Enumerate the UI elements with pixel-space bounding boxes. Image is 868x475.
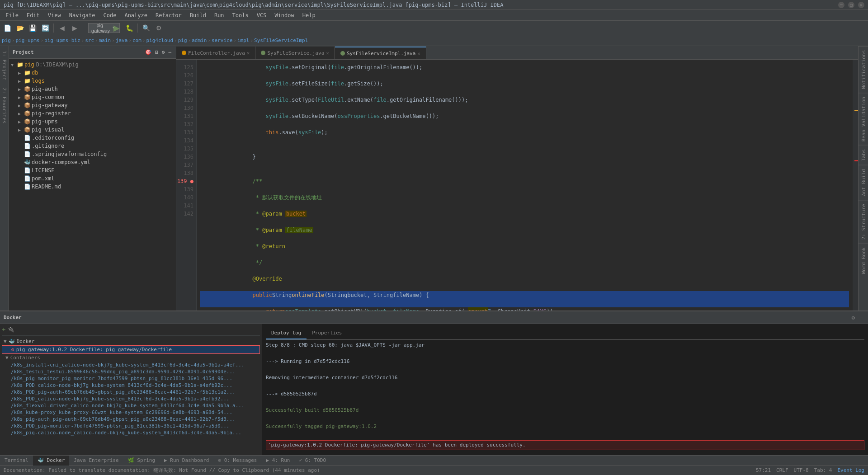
- bc-pig[interactable]: pig: [2, 38, 11, 43]
- bc-admin[interactable]: admin: [192, 38, 207, 43]
- menu-window[interactable]: Window: [271, 11, 297, 19]
- toolbar-save-btn[interactable]: 💾: [27, 23, 38, 33]
- bc-sysfileserviceimpl[interactable]: SysFileServiceImpl: [254, 38, 308, 43]
- tool-tab-docker[interactable]: 🐳 Docker: [33, 456, 69, 466]
- menu-navigate[interactable]: Navigate: [66, 11, 99, 19]
- docker-add-btn[interactable]: +: [2, 326, 5, 334]
- code-content[interactable]: sysFile.setOriginal(file.getOriginalFile…: [197, 60, 853, 310]
- bc-main[interactable]: main: [99, 38, 111, 43]
- toolbar-debug-btn[interactable]: 🐛: [124, 23, 135, 33]
- docker-container-2[interactable]: /k8s_testui_testui-8599646c56-99dng_pig_…: [2, 368, 260, 375]
- docker-container-7[interactable]: /k8s_flexvol-driver_calico-node-bkj7g_ku…: [2, 402, 260, 409]
- tool-tab-messages[interactable]: ⊘ 0: Messages: [213, 456, 261, 466]
- menu-run[interactable]: Run: [211, 11, 228, 19]
- tree-root[interactable]: ▼ 📁 pig D:\IDEAXM\pig: [9, 61, 176, 69]
- docker-container-3[interactable]: /k8s_pig-monitor_pig-monitor-7bdfd47599-…: [2, 375, 260, 382]
- tree-pig-gateway[interactable]: ▶ 📦 pig-gateway: [9, 101, 176, 109]
- tree-editorconfig[interactable]: 📄 .editorconfig: [9, 134, 176, 142]
- tool-tab-spring[interactable]: 🌿 Spring: [123, 456, 160, 466]
- docker-connect-btn[interactable]: 🔌: [7, 326, 15, 334]
- tool-tab-run[interactable]: ▶ 4: Run: [261, 456, 294, 466]
- left-strip-favorites[interactable]: 2: Favorites: [0, 85, 8, 126]
- bc-pig[interactable]: pig: [178, 38, 187, 43]
- tree-pom[interactable]: 📄 pom.xml: [9, 174, 176, 183]
- docker-container-11[interactable]: /k8s_pig-calico-node_calico-node-bkj7g_k…: [2, 429, 260, 436]
- menu-code[interactable]: Code: [100, 11, 120, 19]
- minimize-button[interactable]: ─: [838, 2, 844, 8]
- docker-container-6[interactable]: /k8s_POD_calico-node-bkj7g_kube-system_8…: [2, 395, 260, 402]
- docker-hide-btn[interactable]: —: [859, 314, 864, 322]
- docker-container-10[interactable]: /k8s_POD_pig-monitor-7bdfd47599-pbtsn_pi…: [2, 423, 260, 429]
- bc-impl[interactable]: impl: [237, 38, 250, 43]
- menu-help[interactable]: Help: [299, 11, 319, 19]
- tab-sysfileservice[interactable]: SysFileService.java ✕: [255, 47, 335, 59]
- menu-refactor[interactable]: Refactor: [152, 11, 185, 19]
- tab-close-sysfileservice[interactable]: ✕: [326, 50, 329, 56]
- tree-db[interactable]: ▶ 📁 db: [9, 69, 176, 77]
- rp-tab-ant-build[interactable]: Ant Build: [859, 165, 868, 200]
- tree-gitignore[interactable]: 📄 .gitignore: [9, 142, 176, 150]
- menu-vcs[interactable]: VCS: [253, 11, 270, 19]
- docker-container-4[interactable]: /k8s_POD_calico-node-bkj7g_kube-system_8…: [2, 382, 260, 389]
- log-tab-deploy[interactable]: Deploy log: [266, 328, 307, 339]
- tree-pig-common[interactable]: ▶ 📦 pig-common: [9, 93, 176, 101]
- tool-tab-run-dashboard[interactable]: ▶ Run Dashboard: [160, 456, 213, 466]
- toolbar-forward-btn[interactable]: ▶: [69, 23, 80, 33]
- sidebar-settings-btn[interactable]: ⚙: [161, 48, 166, 56]
- rp-tab-word-book[interactable]: Word Book: [859, 243, 868, 278]
- rp-tab-tabs[interactable]: Tabs: [859, 145, 868, 165]
- tab-sysfileserviceimpl[interactable]: SysFileServiceImpl.java ✕: [335, 47, 426, 59]
- toolbar-sync-btn[interactable]: 🔄: [40, 23, 51, 33]
- docker-root-item[interactable]: ▼ 🐳 Docker: [2, 338, 260, 345]
- toolbar-new-btn[interactable]: 📄: [2, 23, 13, 33]
- toolbar-search-btn[interactable]: 🔍: [141, 23, 151, 33]
- tree-pig-upms[interactable]: ▶ 📦 pig-upms: [9, 118, 176, 126]
- bc-pig4cloud[interactable]: pig4cloud: [146, 38, 173, 43]
- tree-pig-register[interactable]: ▶ 📦 pig-register: [9, 109, 176, 118]
- bc-service[interactable]: service: [212, 38, 232, 43]
- tree-pig-auth[interactable]: ▶ 📦 pig-auth: [9, 85, 176, 93]
- bc-pig-upms[interactable]: pig-upms: [16, 38, 40, 43]
- menu-build[interactable]: Build: [186, 11, 210, 19]
- tree-docker-compose[interactable]: 🐳 docker-compose.yml: [9, 158, 176, 166]
- bc-src[interactable]: src: [85, 38, 94, 43]
- toolbar-open-btn[interactable]: 📂: [14, 23, 25, 33]
- docker-container-9[interactable]: /k8s_pig-auth_pig-auth-69cb76db49-gbpst_…: [2, 416, 260, 423]
- bc-java[interactable]: java: [116, 38, 128, 43]
- menu-file[interactable]: File: [2, 11, 22, 19]
- editor-scrollbar[interactable]: [853, 60, 858, 310]
- tree-springjavaformatconfig[interactable]: 📄 .springjavaformatconfig: [9, 150, 176, 158]
- tab-filecontroller[interactable]: FileController.java ✕: [176, 47, 255, 59]
- toolbar-back-btn[interactable]: ◀: [57, 23, 67, 33]
- rp-tab-notifications[interactable]: Notifications: [859, 46, 868, 93]
- tree-pig-visual[interactable]: ▶ 📦 pig-visual: [9, 126, 176, 134]
- menu-tools[interactable]: Tools: [229, 11, 252, 19]
- rp-tab-bean-validation[interactable]: Bean Validation: [859, 93, 868, 145]
- menu-analyze[interactable]: Analyze: [121, 11, 151, 19]
- sidebar-locate-btn[interactable]: 🎯: [144, 48, 152, 56]
- toolbar-settings-btn[interactable]: ⚙: [153, 23, 164, 33]
- toolbar-run-config[interactable]: pig-gateway ▼: [99, 23, 109, 33]
- tab-close-filecontroller[interactable]: ✕: [247, 50, 250, 56]
- sidebar-collapse-btn[interactable]: ⊟: [154, 48, 159, 56]
- rp-tab-structure[interactable]: 2: Structure: [859, 200, 868, 243]
- menu-view[interactable]: View: [44, 11, 65, 19]
- tool-tab-terminal[interactable]: Terminal: [0, 456, 33, 466]
- docker-container-1[interactable]: /k8s_install-cni_calico-node-bkj7g_kube-…: [2, 362, 260, 368]
- bc-com[interactable]: com: [132, 38, 142, 43]
- tree-readme[interactable]: 📄 README.md: [9, 183, 176, 191]
- maximize-button[interactable]: □: [848, 2, 854, 8]
- bc-pig-upms-biz[interactable]: pig-upms-biz: [44, 38, 80, 43]
- docker-settings-btn[interactable]: ⚙: [851, 314, 856, 322]
- log-tab-properties[interactable]: Properties: [307, 328, 347, 339]
- code-editor[interactable]: 125 126 127 128 129 130 131 132 133 134 …: [176, 60, 858, 310]
- sidebar-hide-btn[interactable]: —: [167, 48, 172, 56]
- docker-container-5[interactable]: /k8s_POD_pig-auth-69cb76db49-gbpst_pig_a…: [2, 389, 260, 395]
- docker-container-8[interactable]: /k8s_kube-proxy_kube-proxy-66wzt_kube-sy…: [2, 409, 260, 416]
- toolbar-run-btn[interactable]: ▶: [111, 23, 122, 33]
- status-event-log[interactable]: Event Log: [837, 467, 864, 473]
- docker-selected-item[interactable]: ⊘ pig-gateway:1.0.2 Dockerfile: pig-gate…: [2, 345, 260, 354]
- menu-edit[interactable]: Edit: [23, 11, 43, 19]
- tool-tab-java-enterprise[interactable]: Java Enterprise: [69, 456, 123, 466]
- docker-containers-header[interactable]: ▼ Containers: [5, 355, 258, 361]
